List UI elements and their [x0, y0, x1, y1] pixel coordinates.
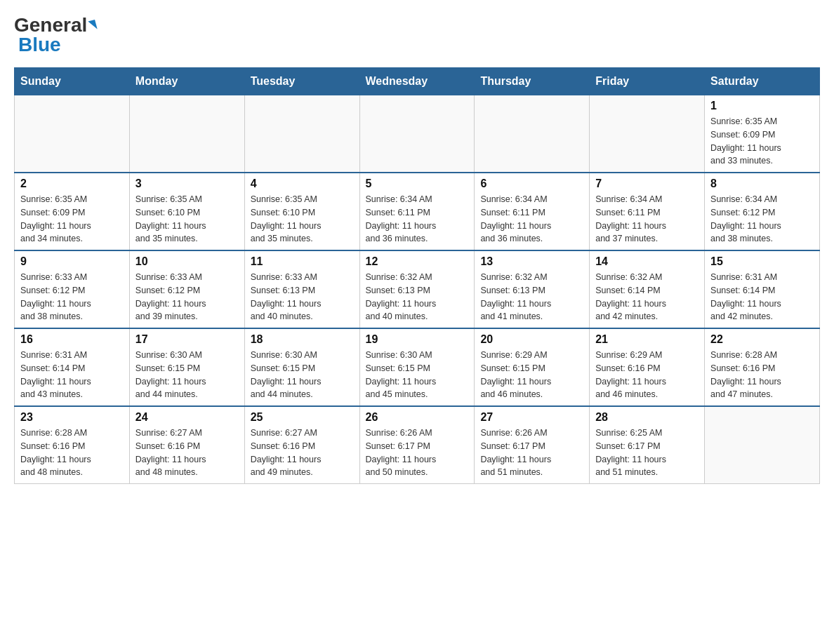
- calendar-cell: 15Sunrise: 6:31 AMSunset: 6:14 PMDayligh…: [705, 250, 820, 328]
- day-info: Sunrise: 6:26 AMSunset: 6:17 PMDaylight:…: [366, 427, 469, 479]
- day-number: 7: [595, 177, 699, 190]
- day-info: Sunrise: 6:30 AMSunset: 6:15 PMDaylight:…: [135, 349, 239, 401]
- calendar-cell: 7Sunrise: 6:34 AMSunset: 6:11 PMDaylight…: [590, 173, 705, 250]
- day-number: 27: [480, 411, 583, 424]
- day-info: Sunrise: 6:34 AMSunset: 6:11 PMDaylight:…: [595, 193, 699, 246]
- logo-blue-text: Blue: [18, 34, 61, 56]
- day-number: 2: [20, 177, 124, 190]
- calendar-cell: 12Sunrise: 6:32 AMSunset: 6:13 PMDayligh…: [359, 250, 475, 328]
- calendar-cell: 3Sunrise: 6:35 AMSunset: 6:10 PMDaylight…: [129, 173, 244, 250]
- day-info: Sunrise: 6:26 AMSunset: 6:17 PMDaylight:…: [480, 427, 583, 479]
- weekday-header-tuesday: Tuesday: [244, 68, 359, 95]
- day-number: 1: [710, 100, 814, 112]
- day-number: 21: [595, 333, 699, 346]
- calendar-cell: 27Sunrise: 6:26 AMSunset: 6:17 PMDayligh…: [475, 406, 590, 484]
- day-number: 5: [366, 177, 469, 190]
- day-number: 15: [710, 255, 814, 268]
- day-number: 12: [366, 255, 469, 268]
- day-info: Sunrise: 6:29 AMSunset: 6:16 PMDaylight:…: [595, 349, 699, 401]
- day-info: Sunrise: 6:31 AMSunset: 6:14 PMDaylight:…: [20, 349, 124, 401]
- day-info: Sunrise: 6:30 AMSunset: 6:15 PMDaylight:…: [366, 349, 469, 401]
- day-info: Sunrise: 6:35 AMSunset: 6:10 PMDaylight:…: [251, 193, 354, 246]
- calendar-cell: 1Sunrise: 6:35 AMSunset: 6:09 PMDaylight…: [705, 95, 820, 173]
- calendar-cell: 18Sunrise: 6:30 AMSunset: 6:15 PMDayligh…: [244, 328, 359, 406]
- day-info: Sunrise: 6:35 AMSunset: 6:10 PMDaylight:…: [135, 193, 239, 246]
- calendar-cell: 4Sunrise: 6:35 AMSunset: 6:10 PMDaylight…: [244, 173, 359, 250]
- day-number: 13: [480, 255, 583, 268]
- day-info: Sunrise: 6:35 AMSunset: 6:09 PMDaylight:…: [710, 115, 814, 168]
- day-number: 3: [135, 177, 239, 190]
- day-info: Sunrise: 6:27 AMSunset: 6:16 PMDaylight:…: [135, 427, 239, 479]
- calendar-cell: 26Sunrise: 6:26 AMSunset: 6:17 PMDayligh…: [359, 406, 475, 484]
- calendar-cell: 24Sunrise: 6:27 AMSunset: 6:16 PMDayligh…: [129, 406, 244, 484]
- day-number: 4: [251, 177, 354, 190]
- calendar-week-row: 16Sunrise: 6:31 AMSunset: 6:14 PMDayligh…: [15, 328, 820, 406]
- calendar-cell: 25Sunrise: 6:27 AMSunset: 6:16 PMDayligh…: [244, 406, 359, 484]
- day-number: 28: [595, 411, 699, 424]
- calendar-cell: 21Sunrise: 6:29 AMSunset: 6:16 PMDayligh…: [590, 328, 705, 406]
- day-number: 18: [251, 333, 354, 346]
- calendar-cell: 10Sunrise: 6:33 AMSunset: 6:12 PMDayligh…: [129, 250, 244, 328]
- day-info: Sunrise: 6:25 AMSunset: 6:17 PMDaylight:…: [595, 427, 699, 479]
- day-number: 14: [595, 255, 699, 268]
- calendar-cell: [475, 95, 590, 173]
- calendar-cell: 22Sunrise: 6:28 AMSunset: 6:16 PMDayligh…: [705, 328, 820, 406]
- day-info: Sunrise: 6:32 AMSunset: 6:14 PMDaylight:…: [595, 271, 699, 323]
- calendar-cell: 23Sunrise: 6:28 AMSunset: 6:16 PMDayligh…: [15, 406, 130, 484]
- calendar-cell: 2Sunrise: 6:35 AMSunset: 6:09 PMDaylight…: [15, 173, 130, 250]
- weekday-header-saturday: Saturday: [705, 68, 820, 95]
- day-info: Sunrise: 6:32 AMSunset: 6:13 PMDaylight:…: [480, 271, 583, 323]
- calendar-cell: 28Sunrise: 6:25 AMSunset: 6:17 PMDayligh…: [590, 406, 705, 484]
- calendar-cell: 11Sunrise: 6:33 AMSunset: 6:13 PMDayligh…: [244, 250, 359, 328]
- day-number: 10: [135, 255, 239, 268]
- day-number: 16: [20, 333, 124, 346]
- day-number: 23: [20, 411, 124, 424]
- calendar-cell: [705, 406, 820, 484]
- day-info: Sunrise: 6:30 AMSunset: 6:15 PMDaylight:…: [251, 349, 354, 401]
- day-number: 8: [710, 177, 814, 190]
- day-number: 19: [366, 333, 469, 346]
- calendar-cell: 13Sunrise: 6:32 AMSunset: 6:13 PMDayligh…: [475, 250, 590, 328]
- calendar-cell: 5Sunrise: 6:34 AMSunset: 6:11 PMDaylight…: [359, 173, 475, 250]
- day-number: 25: [251, 411, 354, 424]
- weekday-header-thursday: Thursday: [475, 68, 590, 95]
- logo-arrow-icon: [88, 20, 98, 31]
- weekday-header-row: SundayMondayTuesdayWednesdayThursdayFrid…: [15, 68, 820, 95]
- calendar-cell: 9Sunrise: 6:33 AMSunset: 6:12 PMDaylight…: [15, 250, 130, 328]
- day-info: Sunrise: 6:34 AMSunset: 6:11 PMDaylight:…: [480, 193, 583, 246]
- day-info: Sunrise: 6:28 AMSunset: 6:16 PMDaylight:…: [710, 349, 814, 401]
- day-info: Sunrise: 6:34 AMSunset: 6:11 PMDaylight:…: [366, 193, 469, 246]
- calendar-week-row: 9Sunrise: 6:33 AMSunset: 6:12 PMDaylight…: [15, 250, 820, 328]
- weekday-header-sunday: Sunday: [15, 68, 130, 95]
- calendar-cell: [244, 95, 359, 173]
- day-info: Sunrise: 6:35 AMSunset: 6:09 PMDaylight:…: [20, 193, 124, 246]
- weekday-header-friday: Friday: [590, 68, 705, 95]
- day-info: Sunrise: 6:34 AMSunset: 6:12 PMDaylight:…: [710, 193, 814, 246]
- weekday-header-wednesday: Wednesday: [359, 68, 475, 95]
- day-info: Sunrise: 6:29 AMSunset: 6:15 PMDaylight:…: [480, 349, 583, 401]
- calendar-cell: 19Sunrise: 6:30 AMSunset: 6:15 PMDayligh…: [359, 328, 475, 406]
- day-number: 20: [480, 333, 583, 346]
- calendar-cell: 6Sunrise: 6:34 AMSunset: 6:11 PMDaylight…: [475, 173, 590, 250]
- calendar-cell: [129, 95, 244, 173]
- day-info: Sunrise: 6:27 AMSunset: 6:16 PMDaylight:…: [251, 427, 354, 479]
- day-number: 11: [251, 255, 354, 268]
- calendar-week-row: 23Sunrise: 6:28 AMSunset: 6:16 PMDayligh…: [15, 406, 820, 484]
- calendar-cell: 20Sunrise: 6:29 AMSunset: 6:15 PMDayligh…: [475, 328, 590, 406]
- day-info: Sunrise: 6:33 AMSunset: 6:13 PMDaylight:…: [251, 271, 354, 323]
- calendar-week-row: 1Sunrise: 6:35 AMSunset: 6:09 PMDaylight…: [15, 95, 820, 173]
- day-info: Sunrise: 6:32 AMSunset: 6:13 PMDaylight:…: [366, 271, 469, 323]
- calendar-cell: [359, 95, 475, 173]
- day-number: 22: [710, 333, 814, 346]
- day-info: Sunrise: 6:33 AMSunset: 6:12 PMDaylight:…: [20, 271, 124, 323]
- calendar-cell: 14Sunrise: 6:32 AMSunset: 6:14 PMDayligh…: [590, 250, 705, 328]
- calendar-week-row: 2Sunrise: 6:35 AMSunset: 6:09 PMDaylight…: [15, 173, 820, 250]
- day-number: 24: [135, 411, 239, 424]
- day-info: Sunrise: 6:31 AMSunset: 6:14 PMDaylight:…: [710, 271, 814, 323]
- day-number: 9: [20, 255, 124, 268]
- logo: General Blue: [14, 14, 96, 56]
- weekday-header-monday: Monday: [129, 68, 244, 95]
- day-number: 26: [366, 411, 469, 424]
- calendar-cell: 8Sunrise: 6:34 AMSunset: 6:12 PMDaylight…: [705, 173, 820, 250]
- day-info: Sunrise: 6:28 AMSunset: 6:16 PMDaylight:…: [20, 427, 124, 479]
